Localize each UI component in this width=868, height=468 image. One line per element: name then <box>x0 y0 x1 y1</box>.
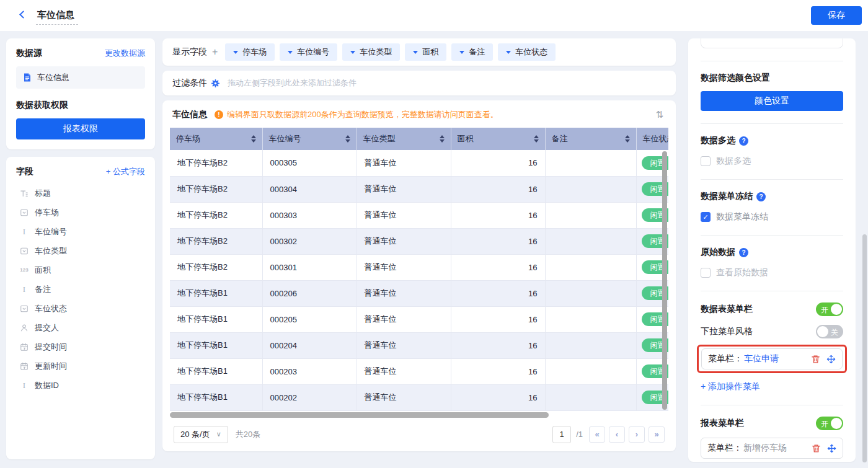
first-page-button[interactable]: « <box>589 426 605 443</box>
cell-spottype: 普通车位 <box>356 306 451 332</box>
table-row[interactable]: 地下停车场B2 000302 普通车位 16 闲置 <box>170 228 668 254</box>
chip-spottype[interactable]: 车位类型 <box>342 43 400 61</box>
field-item-submit-time[interactable]: 提交时间 <box>16 337 145 356</box>
table-row[interactable]: 地下停车场B1 000202 普通车位 16 闲置 <box>170 384 668 410</box>
sort-arrows-icon[interactable] <box>625 133 630 145</box>
table-row[interactable]: 地下停车场B1 000204 普通车位 16 闲置 <box>170 332 668 358</box>
cell-remark <box>545 150 636 176</box>
table-row[interactable]: 地下停车场B1 000205 普通车位 16 闲置 <box>170 306 668 332</box>
move-icon[interactable] <box>827 444 836 453</box>
sort-arrows-icon[interactable] <box>345 133 350 145</box>
field-item-dataid[interactable]: I 数据ID <box>16 376 145 395</box>
checkbox-checked-icon[interactable]: ✓ <box>701 212 711 222</box>
cell-remark <box>545 306 636 332</box>
add-action-menu-link[interactable]: + 添加操作菜单 <box>701 381 843 392</box>
field-label: 车位状态 <box>35 303 67 314</box>
checkbox-unchecked-icon[interactable] <box>701 268 711 278</box>
table-row[interactable]: 地下停车场B2 000304 普通车位 16 闲置 <box>170 176 668 202</box>
filter-bar: 过滤条件 拖动左侧字段到此处来添加过滤条件 <box>162 71 676 95</box>
red-highlight-annotation: 菜单栏： 车位申请 <box>697 345 847 373</box>
prev-page-button[interactable]: ‹ <box>609 426 625 443</box>
back-button[interactable] <box>19 11 27 19</box>
col-header-parkinglot[interactable]: 停车场 <box>170 128 262 150</box>
field-item-update-time[interactable]: 更新时间 <box>16 356 145 376</box>
save-button[interactable]: 保存 <box>811 6 862 25</box>
calendar-icon <box>19 342 29 352</box>
field-item-remark[interactable]: I 备注 <box>16 280 145 299</box>
table-row[interactable]: 地下停车场B2 000305 普通车位 16 闲置 <box>170 150 668 176</box>
col-header-status[interactable]: 车位状态 <box>636 128 668 150</box>
field-item-spottype[interactable]: 车位类型 <box>16 241 145 260</box>
report-menu-item[interactable]: 菜单栏： 新增停车场 <box>701 438 843 459</box>
select-icon <box>19 208 29 218</box>
table-menubar-toggle[interactable]: 开 <box>816 302 843 316</box>
field-list: 标题 停车场 I 车位编号 车位类型 123 面积 I 备注 <box>16 183 145 395</box>
gear-icon[interactable] <box>211 79 220 88</box>
multi-select-checkbox-row[interactable]: 数据多选 <box>701 156 843 167</box>
table-row[interactable]: 地下停车场B1 000206 普通车位 16 闲置 <box>170 280 668 306</box>
add-display-field-button[interactable]: + <box>212 46 218 58</box>
field-item-title[interactable]: 标题 <box>16 183 145 203</box>
cell-spotcode: 000203 <box>262 358 356 384</box>
report-menubar-toggle[interactable]: 开 <box>816 417 843 430</box>
help-icon[interactable]: ? <box>756 192 766 201</box>
help-icon[interactable]: ? <box>739 136 748 146</box>
menu-item-prefix: 菜单栏： <box>708 353 743 364</box>
change-datasource-link[interactable]: 更改数据源 <box>105 48 145 59</box>
chip-status[interactable]: 车位状态 <box>498 43 556 61</box>
menu-freeze-checkbox-row[interactable]: ✓ 数据菜单冻结 <box>701 211 843 223</box>
col-header-spottype[interactable]: 车位类型 <box>356 128 451 150</box>
page-number-input[interactable]: 1 <box>552 426 571 443</box>
datasource-item[interactable]: 车位信息 <box>16 66 145 89</box>
sort-arrows-icon[interactable] <box>534 133 539 145</box>
cell-area: 16 <box>451 332 545 358</box>
sort-arrows-icon[interactable] <box>251 133 256 145</box>
table-horizontal-scrollbar[interactable] <box>170 412 549 418</box>
add-formula-field-link[interactable]: + 公式字段 <box>106 166 145 177</box>
page-size-select[interactable]: 20 条/页 ∨ <box>174 426 228 443</box>
table-row[interactable]: 地下停车场B1 000203 普通车位 16 闲置 <box>170 358 668 384</box>
trash-icon[interactable] <box>811 355 820 364</box>
field-item-spotcode[interactable]: I 车位编号 <box>16 222 145 241</box>
cell-spotcode: 000205 <box>262 306 356 332</box>
raw-data-checkbox-row[interactable]: 查看原始数据 <box>701 267 843 278</box>
cell-area: 16 <box>451 176 545 202</box>
table-vertical-scrollbar[interactable] <box>662 151 667 410</box>
cell-parkinglot: 地下停车场B1 <box>170 384 262 410</box>
cell-parkinglot: 地下停车场B2 <box>170 254 262 280</box>
sort-arrows-icon[interactable] <box>440 133 445 145</box>
menu-item-value[interactable]: 车位申请 <box>744 353 779 364</box>
chip-spotcode[interactable]: 车位编号 <box>280 43 337 61</box>
chip-label: 停车场 <box>242 46 267 58</box>
field-item-submitter[interactable]: 提交人 <box>16 318 145 337</box>
report-permission-button[interactable]: 报表权限 <box>16 118 145 139</box>
cell-spotcode: 000202 <box>262 384 356 410</box>
chip-remark[interactable]: 备注 <box>451 43 493 61</box>
help-icon[interactable]: ? <box>739 248 748 257</box>
cell-spotcode: 000301 <box>262 254 356 280</box>
field-item-area[interactable]: 123 面积 <box>16 260 145 280</box>
table-row[interactable]: 地下停车场B2 000301 普通车位 16 闲置 <box>170 254 668 280</box>
window-scrollbar[interactable] <box>862 234 867 462</box>
col-header-area[interactable]: 面积 <box>451 128 545 150</box>
field-item-parkinglot[interactable]: 停车场 <box>16 203 145 222</box>
menu-item-value[interactable]: 新增停车场 <box>743 443 787 454</box>
next-page-button[interactable]: › <box>629 426 645 443</box>
cell-spotcode: 000206 <box>262 280 356 306</box>
col-header-spotcode[interactable]: 车位编号 <box>262 128 356 150</box>
toggle-knob <box>831 418 842 429</box>
checkbox-unchecked-icon[interactable] <box>701 156 711 166</box>
field-item-status[interactable]: 车位状态 <box>16 299 145 318</box>
chip-parkinglot[interactable]: 停车场 <box>225 43 275 61</box>
dropdown-style-toggle[interactable]: 关 <box>816 325 843 338</box>
cell-spottype: 普通车位 <box>356 176 451 202</box>
table-menu-item[interactable]: 菜单栏： 车位申请 <box>701 348 843 369</box>
sort-order-icon[interactable]: ⇅ <box>655 109 666 120</box>
last-page-button[interactable]: » <box>649 426 665 443</box>
table-row[interactable]: 地下停车场B2 000303 普通车位 16 闲置 <box>170 202 668 228</box>
color-settings-button[interactable]: 颜色设置 <box>701 91 843 111</box>
chip-area[interactable]: 面积 <box>405 43 446 61</box>
trash-icon[interactable] <box>812 444 821 453</box>
move-icon[interactable] <box>826 355 836 364</box>
col-header-remark[interactable]: 备注 <box>545 128 636 150</box>
